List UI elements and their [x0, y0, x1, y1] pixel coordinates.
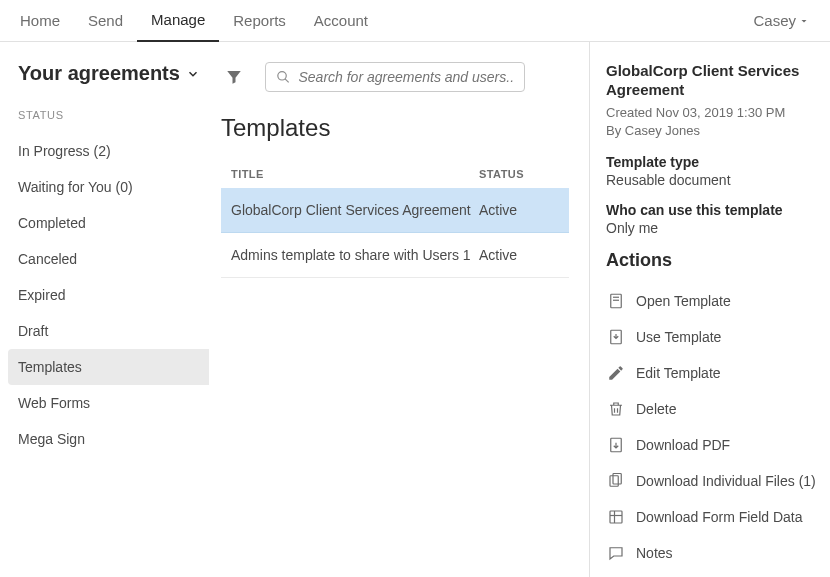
column-status: STATUS	[479, 168, 559, 180]
table-row[interactable]: Admins template to share with Users 1Act…	[221, 233, 569, 278]
action-label: Notes	[636, 545, 673, 561]
column-title: TITLE	[231, 168, 479, 180]
delete-icon	[606, 399, 626, 419]
svg-rect-2	[611, 294, 622, 308]
use-icon	[606, 327, 626, 347]
action-download-pdf[interactable]: Download PDF	[606, 427, 820, 463]
details-title: GlobalCorp Client Services Agreement	[606, 62, 820, 100]
nav-account[interactable]: Account	[300, 0, 382, 42]
sidebar-item-web-forms[interactable]: Web Forms	[18, 385, 215, 421]
action-label: Delete	[636, 401, 676, 417]
nav-manage[interactable]: Manage	[137, 0, 219, 42]
sidebar-item-mega-sign[interactable]: Mega Sign	[18, 421, 215, 457]
action-open-template[interactable]: Open Template	[606, 283, 820, 319]
svg-line-1	[285, 79, 289, 83]
template-type-value: Reusable document	[606, 172, 820, 188]
action-edit-template[interactable]: Edit Template	[606, 355, 820, 391]
template-type-label: Template type	[606, 154, 820, 170]
sidebar-item-waiting-for-you-0[interactable]: Waiting for You (0)	[18, 169, 215, 205]
action-label: Open Template	[636, 293, 731, 309]
open-icon	[606, 291, 626, 311]
details-by: By Casey Jones	[606, 122, 820, 140]
sidebar-item-completed[interactable]: Completed	[18, 205, 215, 241]
action-label: Download Form Field Data	[636, 509, 803, 525]
user-menu[interactable]: Casey	[753, 12, 810, 29]
who-value: Only me	[606, 220, 820, 236]
files-icon	[606, 471, 626, 491]
sidebar-item-canceled[interactable]: Canceled	[18, 241, 215, 277]
row-status: Active	[479, 202, 559, 218]
svg-rect-10	[613, 473, 621, 484]
action-download-form-field-data[interactable]: Download Form Field Data	[606, 499, 820, 535]
caret-down-icon	[798, 15, 810, 27]
nav-send[interactable]: Send	[74, 0, 137, 42]
search-input[interactable]	[298, 69, 514, 85]
svg-rect-9	[610, 476, 618, 487]
user-name: Casey	[753, 12, 796, 29]
action-delete[interactable]: Delete	[606, 391, 820, 427]
table-header: TITLE STATUS	[221, 160, 569, 188]
nav-reports[interactable]: Reports	[219, 0, 300, 42]
action-download-individual-files-1[interactable]: Download Individual Files (1)	[606, 463, 820, 499]
action-label: Download PDF	[636, 437, 730, 453]
content-panel: Templates TITLE STATUS GlobalCorp Client…	[215, 42, 590, 577]
sidebar-item-templates[interactable]: Templates	[8, 349, 209, 385]
table-row[interactable]: GlobalCorp Client Services AgreementActi…	[221, 188, 569, 233]
content-heading: Templates	[221, 114, 569, 142]
sidebar: Your agreements STATUS In Progress (2)Wa…	[0, 42, 215, 577]
details-meta: Created Nov 03, 2019 1:30 PM By Casey Jo…	[606, 104, 820, 140]
action-use-template[interactable]: Use Template	[606, 319, 820, 355]
sidebar-title-dropdown[interactable]: Your agreements	[18, 62, 215, 85]
row-status: Active	[479, 247, 559, 263]
toolbar	[221, 62, 569, 92]
search-box[interactable]	[265, 62, 525, 92]
nav-home[interactable]: Home	[20, 0, 74, 42]
pdf-icon	[606, 435, 626, 455]
row-title: Admins template to share with Users 1	[231, 247, 479, 263]
actions-heading: Actions	[606, 250, 820, 271]
sidebar-section-label: STATUS	[18, 109, 215, 121]
details-created: Created Nov 03, 2019 1:30 PM	[606, 104, 820, 122]
sidebar-title-text: Your agreements	[18, 62, 180, 85]
sidebar-item-expired[interactable]: Expired	[18, 277, 215, 313]
svg-point-0	[278, 72, 286, 80]
action-label: Edit Template	[636, 365, 721, 381]
filter-icon[interactable]	[221, 68, 247, 86]
action-label: Use Template	[636, 329, 721, 345]
search-icon	[276, 69, 290, 85]
top-nav: HomeSendManageReportsAccountCasey	[0, 0, 830, 42]
edit-icon	[606, 363, 626, 383]
notes-icon	[606, 543, 626, 563]
sidebar-item-draft[interactable]: Draft	[18, 313, 215, 349]
row-title: GlobalCorp Client Services Agreement	[231, 202, 479, 218]
formdata-icon	[606, 507, 626, 527]
who-label: Who can use this template	[606, 202, 820, 218]
svg-rect-11	[610, 511, 622, 523]
sidebar-item-in-progress-2[interactable]: In Progress (2)	[18, 133, 215, 169]
details-panel: GlobalCorp Client Services Agreement Cre…	[590, 42, 830, 577]
action-label: Download Individual Files (1)	[636, 473, 816, 489]
action-notes[interactable]: Notes	[606, 535, 820, 571]
chevron-down-icon	[186, 67, 200, 81]
